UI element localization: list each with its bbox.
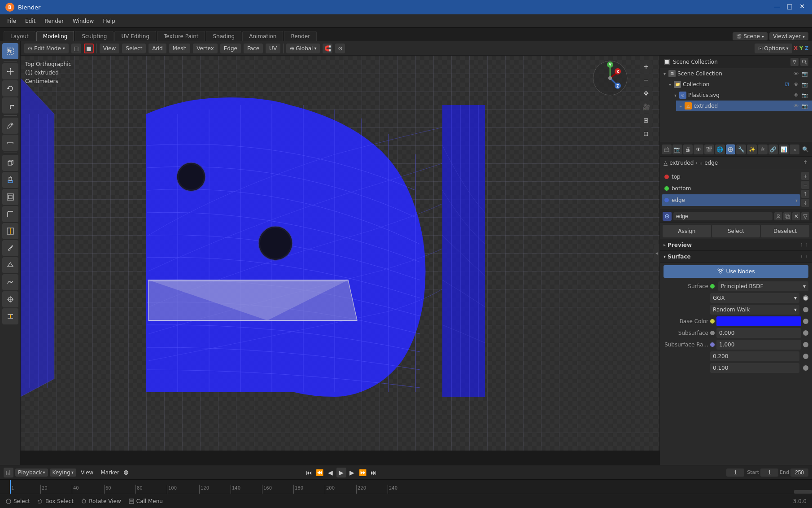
plastics-render[interactable]: 📷 <box>801 92 808 99</box>
playback-dropdown[interactable]: Playback ▾ <box>15 469 48 477</box>
deselect-btn[interactable]: Deselect <box>761 225 809 237</box>
material-item-top[interactable]: top <box>662 171 800 183</box>
prev-frame-btn[interactable]: ◀ <box>326 468 336 477</box>
select-btn[interactable]: Select <box>712 225 760 237</box>
tool-measure[interactable] <box>2 135 18 151</box>
render-prev-btn[interactable]: ⊟ <box>640 127 652 140</box>
viewport-menu-face[interactable]: Face <box>244 44 263 53</box>
mat-more-btn[interactable]: ▽ <box>801 212 809 220</box>
tool-add-cube[interactable] <box>2 155 18 171</box>
subsurface-method-dot-btn[interactable] <box>803 307 808 312</box>
section-surface[interactable]: ▾ Surface ⋮⋮ <box>660 251 812 263</box>
outliner-scene-collection[interactable]: ▾ ⊞ Scene Collection 👁 📷 <box>660 68 812 79</box>
prop-tab-output[interactable]: 🖨 <box>683 145 693 154</box>
camera-btn[interactable]: 🎥 <box>640 101 652 113</box>
mat-up-btn[interactable]: ↑ <box>801 190 809 198</box>
mode-selector[interactable]: ⊙ Edit Mode ▾ <box>24 44 69 53</box>
prop-search-btn[interactable]: 🔍 <box>800 145 810 154</box>
end-frame-input[interactable] <box>790 469 808 477</box>
mat-name-input[interactable] <box>673 212 773 220</box>
outliner-plastics-svg[interactable]: ▾ ⊙ Plastics.svg 👁 📷 <box>671 90 812 101</box>
base-color-dot-btn[interactable] <box>803 319 808 324</box>
tool-poly-build[interactable] <box>2 257 18 273</box>
subsurface-dot-btn[interactable] <box>803 330 808 336</box>
proportional-edit[interactable]: ⊙ <box>335 44 345 53</box>
outliner-render-icon[interactable]: 📷 <box>801 70 808 77</box>
current-frame-input[interactable] <box>726 469 744 477</box>
extruded-visibility[interactable]: 👁 <box>792 102 799 109</box>
tab-shading[interactable]: Shading <box>206 31 241 41</box>
prop-tab-data[interactable]: 📊 <box>779 145 789 154</box>
timeline-ruler[interactable]: 1 20 40 60 80 100 120 140 160 180 200 22… <box>0 479 812 494</box>
prop-tab-view[interactable]: 👁 <box>694 145 703 154</box>
tool-bevel[interactable] <box>2 206 18 222</box>
menu-item-help[interactable]: Help <box>99 17 118 25</box>
distribution-dropdown[interactable]: GGX ▾ <box>710 293 799 303</box>
subsurface-method-dropdown[interactable]: Random Walk ▾ <box>710 305 799 315</box>
subsurface-r3[interactable]: 0.100 <box>710 363 799 373</box>
viewport-menu-select[interactable]: Select <box>122 44 146 53</box>
menu-item-window[interactable]: Window <box>69 17 97 25</box>
subsurface-r1[interactable]: 1.000 <box>716 340 801 350</box>
outliner-extruded[interactable]: ▸ △ extruded 👁 📷 <box>676 101 812 111</box>
pan-btn[interactable]: ✥ <box>640 87 652 100</box>
sr3-dot-btn[interactable] <box>803 365 808 371</box>
subsurface-value[interactable]: 0.000 <box>716 328 801 338</box>
overlay-options[interactable]: ⊡ Options ▾ <box>755 44 792 53</box>
jump-start-btn[interactable]: ⏮ <box>304 468 314 477</box>
tab-animation[interactable]: Animation <box>242 31 283 41</box>
prop-tab-scene[interactable] <box>662 145 672 154</box>
minimize-btn[interactable]: — <box>773 3 781 10</box>
sr2-dot-btn[interactable] <box>803 354 808 359</box>
mat-copy-btn[interactable] <box>783 212 791 220</box>
play-btn[interactable]: ▶ <box>336 468 346 477</box>
tab-uv-editing[interactable]: UV Editing <box>114 31 156 41</box>
prop-tab-object[interactable] <box>726 145 736 154</box>
assign-btn[interactable]: Assign <box>663 225 711 237</box>
next-frame-btn[interactable]: ▶ <box>347 468 357 477</box>
tab-texture-paint[interactable]: Texture Paint <box>157 31 205 41</box>
breadcrumb-pin-btn[interactable] <box>802 159 808 166</box>
start-frame-input[interactable] <box>760 469 778 477</box>
outliner-visibility-icon[interactable]: 👁 <box>792 70 799 77</box>
close-btn[interactable]: ✕ <box>798 3 807 10</box>
surface-type-dropdown[interactable]: Principled BSDF ▾ <box>718 281 808 291</box>
mat-delete-btn[interactable]: ✕ <box>792 212 800 220</box>
viewport-menu-mesh[interactable]: Mesh <box>169 44 191 53</box>
prop-tab-scene-2[interactable]: 🎬 <box>704 145 714 154</box>
prop-tab-material[interactable]: ⬦ <box>790 145 799 154</box>
mat-down-btn[interactable]: ↓ <box>801 199 809 207</box>
mat-add-btn[interactable]: + <box>801 172 809 180</box>
scene-selector[interactable]: 🎬 Scene ▾ <box>733 32 768 40</box>
collection-checkbox[interactable]: ☑ <box>783 81 790 88</box>
viewport-canvas[interactable]: Top Orthographic (1) extruded Centimeter… <box>21 56 659 451</box>
collection-render[interactable]: 📷 <box>801 81 808 88</box>
tool-knife[interactable] <box>2 240 18 256</box>
zoom-in-btn[interactable]: + <box>640 60 652 73</box>
tool-rotate[interactable] <box>2 80 18 96</box>
subsurface-radius-dot-btn[interactable] <box>803 342 808 347</box>
tool-scale[interactable] <box>2 97 18 114</box>
view-dropdown[interactable]: View <box>78 469 96 477</box>
timeline-type-btn[interactable] <box>4 468 13 477</box>
viewport-type-perspective[interactable]: □ <box>71 44 81 53</box>
plastics-visibility[interactable]: 👁 <box>792 92 799 99</box>
outliner-search-btn[interactable] <box>800 58 808 66</box>
keyframe-marker-dot[interactable] <box>124 470 128 475</box>
menu-item-file[interactable]: File <box>4 17 20 25</box>
zoom-out-btn[interactable]: − <box>640 74 652 86</box>
menu-item-render[interactable]: Render <box>41 17 67 25</box>
grid-btn[interactable]: ⊞ <box>640 114 652 127</box>
window-controls[interactable]: — □ ✕ <box>773 3 807 10</box>
menu-item-edit[interactable]: Edit <box>22 17 39 25</box>
snap-toggle[interactable]: 🧲 <box>323 44 332 53</box>
viewport-menu-view[interactable]: View <box>100 44 119 53</box>
prop-tab-physics[interactable]: ⚛ <box>758 145 768 154</box>
viewport-menu-vertex[interactable]: Vertex <box>193 44 218 53</box>
viewport-menu-add[interactable]: Add <box>148 44 166 53</box>
viewport-menu-uv[interactable]: UV <box>266 44 280 53</box>
tool-annotate[interactable] <box>2 118 18 134</box>
tool-edge-slide[interactable] <box>2 308 18 324</box>
prop-tab-world[interactable]: 🌐 <box>715 145 725 154</box>
timeline-scroll-handle[interactable] <box>794 490 812 494</box>
